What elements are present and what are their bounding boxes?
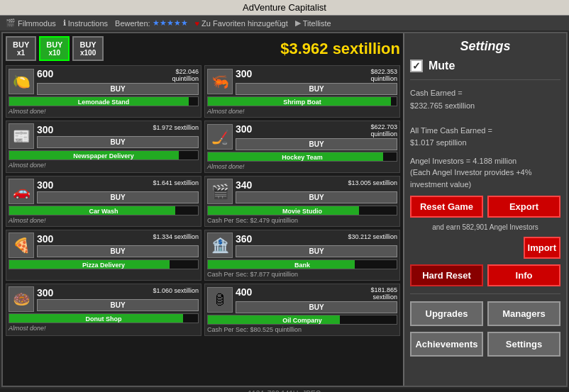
buy-x1-button[interactable]: BUYx1	[6, 36, 36, 61]
oil-progress: Oil Company$1.449 sextillion	[207, 315, 397, 325]
cash-earned-value: $232.765 sextillion	[410, 100, 560, 113]
titlelist-menu[interactable]: ▶ Titelliste	[295, 18, 331, 28]
info-button[interactable]: Info	[487, 264, 560, 286]
angel-sub: (Each Angel Investor provides +4% invest…	[410, 167, 560, 190]
rate-menu[interactable]: Bewerten: ★★★★★	[115, 18, 188, 28]
business-shrimp: 🦐 300 $822.353quintillion BUY Shrimp Boa…	[204, 65, 400, 118]
business-oil: 🛢 400 $181.865sextillion BUY Oil Company…	[204, 284, 400, 336]
business-bank: 🏦 360 $30.212 sextillion BUY Bank$47.264…	[204, 230, 400, 281]
newspaper-progress: Newspaper Delivery$2,198,460,404,880.00	[9, 150, 199, 160]
hockey-icon: 🏒	[207, 124, 233, 150]
business-pizza: 🍕 300 $1.334 sextillion BUY Pizza Delive…	[6, 230, 201, 281]
businesses-grid: 🍋 600 $22.046quintillion BUY Lemonade St…	[6, 65, 400, 336]
achievements-button[interactable]: Achievements	[410, 332, 483, 357]
carwash-icon: 🚗	[9, 179, 34, 204]
import-button[interactable]: Import	[524, 237, 560, 259]
angel-count: Angel Investors = 4.188 million	[410, 155, 560, 167]
angel-earn-text: and earn 582,901 Angel Investors	[410, 223, 560, 231]
lemonade-icon: 🍋	[9, 69, 34, 94]
cash-display: $3.962 sextillion	[106, 40, 400, 58]
buy-bank-button[interactable]: BUY	[236, 245, 397, 257]
movie-icon: 🎬	[207, 179, 233, 204]
mute-row: ✓ Mute	[410, 60, 560, 72]
buy-oil-button[interactable]: BUY	[236, 301, 397, 313]
achievements-settings-row: Achievements Settings	[410, 332, 560, 357]
left-panel: BUYx1 BUYx10 BUYx100 $3.962 sextillion 🍋…	[3, 33, 403, 386]
buy-x100-button[interactable]: BUYx100	[72, 36, 103, 61]
hockey-progress: Hockey Team$273.523 quadrillion	[207, 152, 397, 162]
oil-icon: 🛢	[207, 287, 233, 313]
favorites-menu[interactable]: ♥ Zu Favoriten hinzugefügt	[195, 19, 288, 28]
stats-section: Cash Earned = $232.765 sextillion All Ti…	[410, 87, 560, 150]
mute-checkbox[interactable]: ✓	[410, 60, 423, 72]
donut-icon: 🍩	[9, 286, 34, 312]
info-icon: ℹ	[63, 18, 66, 28]
all-time-label: All Time Cash Earned =	[410, 125, 560, 138]
managers-button[interactable]: Managers	[487, 301, 560, 326]
buy-lemonade-button[interactable]: BUY	[37, 83, 199, 95]
hard-reset-button[interactable]: Hard Reset	[410, 264, 483, 286]
upgrades-button[interactable]: Upgrades	[410, 301, 483, 326]
settings-panel: Settings ✓ Mute Cash Earned = $232.765 s…	[403, 33, 566, 386]
hard-reset-import-row: Hard ResetInfo	[410, 264, 560, 286]
pizza-icon: 🍕	[9, 233, 34, 258]
buy-donut-button[interactable]: BUY	[37, 299, 199, 311]
cash-earned-label: Cash Earned =	[410, 87, 560, 100]
mute-label: Mute	[429, 60, 455, 72]
bank-progress: Bank$47.264 quintillion	[207, 259, 397, 269]
main-content: BUYx1 BUYx10 BUYx100 $3.962 sextillion 🍋…	[1, 32, 568, 387]
settings-button[interactable]: Settings	[487, 332, 560, 357]
buy-newspaper-button[interactable]: BUY	[37, 136, 199, 148]
newspaper-icon: 📰	[9, 123, 34, 149]
shrimp-progress: Shrimp Boat$22.793 quadrillion	[207, 96, 397, 106]
business-carwash: 🚗 300 $1.641 sextillion BUY Car Wash$118…	[6, 176, 201, 227]
pizza-progress: Pizza Delivery$316,578,298,302,720.00	[9, 259, 199, 269]
export-button[interactable]: Export	[487, 196, 560, 218]
shrimp-icon: 🦐	[207, 69, 233, 94]
lemonade-progress: Lemonade Stand$7,035,073,295,616.00	[9, 96, 199, 106]
buy-row: BUYx1 BUYx10 BUYx100 $3.962 sextillion	[6, 36, 400, 61]
import-row: Import	[410, 237, 560, 259]
buy-shrimp-button[interactable]: BUY	[236, 83, 397, 95]
buy-pizza-button[interactable]: BUY	[37, 245, 199, 257]
settings-title: Settings	[410, 39, 560, 54]
window-title: AdVenture Capitalist	[243, 2, 326, 13]
carwash-progress: Car Wash$118,716,861,863,520.00	[9, 206, 199, 215]
title-bar: AdVenture Capitalist	[0, 0, 569, 16]
menu-bar: 🎬 Filmmodus ℹ Instructions Bewerten: ★★★…	[0, 16, 569, 30]
instructions-menu[interactable]: ℹ Instructions	[63, 18, 108, 28]
business-lemonade: 🍋 600 $22.046quintillion BUY Lemonade St…	[6, 65, 201, 118]
donut-progress: Donut Shop$3.798 quadrillion	[9, 313, 199, 323]
buy-x10-button[interactable]: BUYx10	[39, 36, 70, 61]
all-time-value: $1.017 septillion	[410, 137, 560, 150]
business-donut: 🍩 300 $1.060 sextillion BUY Donut Shop$3…	[6, 284, 201, 336]
business-newspaper: 📰 300 $1.972 sextillion BUY Newspaper De…	[6, 121, 201, 173]
movie-progress: Movie Studio$3.719 quintillion	[207, 206, 397, 215]
business-hockey: 🏒 300 $622.703quintillion BUY Hockey Tea…	[204, 121, 400, 173]
reset-export-row: Reset Game Export	[410, 196, 560, 218]
business-movie: 🎬 340 $13.005 sextillion BUY Movie Studi…	[204, 176, 400, 227]
filmmode-menu[interactable]: 🎬 Filmmodus	[6, 18, 56, 28]
buy-movie-button[interactable]: BUY	[236, 191, 397, 203]
buy-carwash-button[interactable]: BUY	[37, 191, 199, 203]
angel-section: Angel Investors = 4.188 million (Each An…	[410, 155, 560, 191]
reset-game-button[interactable]: Reset Game	[410, 196, 483, 218]
upgrades-managers-row: Upgrades Managers	[410, 301, 560, 326]
footer: 1134x762 141kb JPEG	[0, 388, 569, 392]
buy-hockey-button[interactable]: BUY	[236, 138, 397, 150]
bank-icon: 🏦	[207, 233, 233, 258]
film-icon: 🎬	[6, 18, 16, 28]
